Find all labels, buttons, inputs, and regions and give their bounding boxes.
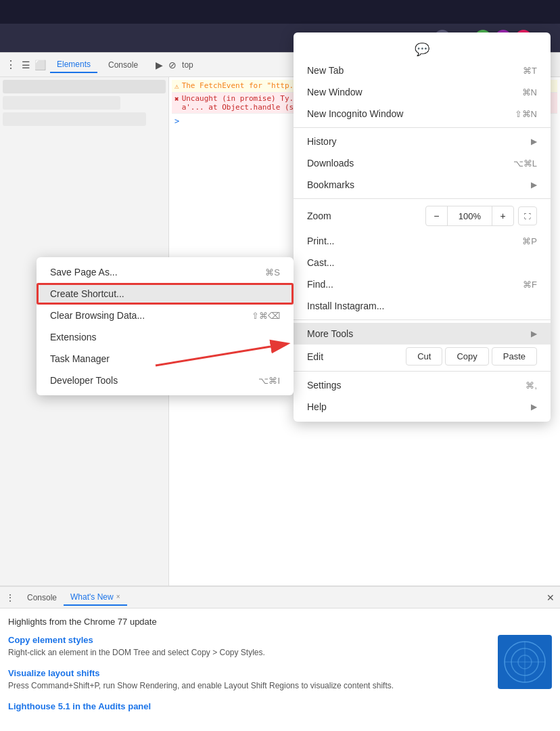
- devtools-more-options[interactable]: ⋮: [5, 58, 16, 71]
- menu-zoom-row: Zoom − 100% + ⛶: [294, 202, 551, 230]
- menu-cast-label: Cast...: [307, 257, 334, 268]
- menu-downloads-shortcut: ⌥⌘L: [513, 158, 537, 169]
- devtools-address-bar: ▶ ⊘ top: [156, 60, 193, 70]
- menu-find-label: Find...: [307, 279, 333, 290]
- element-breadcrumb-2: [3, 96, 120, 110]
- menu-divider-3: [294, 319, 551, 320]
- menu-edit-label: Edit: [307, 351, 323, 362]
- submenu-clear-shortcut: ⇧⌘⌫: [252, 311, 280, 321]
- zoom-value-display: 100%: [452, 211, 488, 221]
- menu-help-label: Help: [307, 401, 327, 412]
- highlights-title: Highlights from the Chrome 77 update: [8, 617, 552, 627]
- menu-more-tools-label: More Tools: [307, 328, 353, 339]
- menu-item-history[interactable]: History ▶: [294, 131, 551, 152]
- submenu-task-manager[interactable]: Task Manager: [37, 348, 294, 370]
- warning-icon: ⚠: [174, 82, 179, 91]
- menu-item-bookmarks[interactable]: Bookmarks ▶: [294, 174, 551, 196]
- menu-downloads-label: Downloads: [307, 158, 354, 169]
- edit-paste-button[interactable]: Paste: [492, 347, 537, 366]
- bottom-tab-whats-new[interactable]: What's New ×: [64, 590, 126, 606]
- browser-top-bar: [0, 0, 560, 24]
- menu-top-messaging-icon: 💬: [294, 37, 551, 60]
- edit-copy-button[interactable]: Copy: [445, 347, 488, 366]
- feature-layout-shifts: Visualize layout shifts Press Command+Sh…: [8, 668, 484, 692]
- devtools-tab-console[interactable]: Console: [101, 58, 145, 72]
- devtools-device-toggle[interactable]: ⬜: [34, 60, 46, 70]
- zoom-minus-button[interactable]: −: [426, 206, 448, 225]
- submenu-extensions-label: Extensions: [50, 332, 96, 342]
- feature-lighthouse-title: Lighthouse 5.1 in the Audits panel: [8, 701, 484, 711]
- menu-divider-1: [294, 127, 551, 128]
- play-icon[interactable]: ▶: [156, 60, 163, 70]
- submenu-save-page-shortcut: ⌘S: [265, 267, 280, 278]
- menu-edit-row: Edit Cut Copy Paste: [294, 345, 551, 368]
- menu-item-more-tools[interactable]: More Tools ▶: [294, 323, 551, 345]
- menu-incognito-shortcut: ⇧⌘N: [515, 109, 537, 119]
- zoom-fullscreen-button[interactable]: ⛶: [518, 206, 537, 225]
- submenu-create-shortcut[interactable]: Create Shortcut...: [37, 283, 294, 305]
- menu-item-new-window[interactable]: New Window ⌘N: [294, 81, 551, 103]
- submenu-clear-browsing[interactable]: Clear Browsing Data... ⇧⌘⌫: [37, 305, 294, 326]
- menu-settings-shortcut: ⌘,: [526, 380, 537, 391]
- menu-history-label: History: [307, 136, 337, 147]
- more-tools-submenu: Save Page As... ⌘S Create Shortcut... Cl…: [37, 257, 294, 395]
- devtools-element-selector[interactable]: ☰: [22, 60, 30, 70]
- menu-more-tools-arrow: ▶: [531, 329, 537, 338]
- submenu-task-manager-label: Task Manager: [50, 353, 110, 364]
- menu-divider-4: [294, 371, 551, 372]
- feature-copy-desc: Right-click an element in the DOM Tree a…: [8, 647, 484, 659]
- menu-item-cast[interactable]: Cast...: [294, 252, 551, 273]
- menu-incognito-label: New Incognito Window: [307, 108, 403, 119]
- devtools-address-text: top: [182, 60, 193, 70]
- edit-buttons-group: Cut Copy Paste: [406, 347, 537, 366]
- menu-bookmarks-label: Bookmarks: [307, 179, 354, 190]
- bottom-tab-console[interactable]: Console: [20, 590, 64, 605]
- menu-item-help[interactable]: Help ▶: [294, 396, 551, 418]
- menu-history-arrow: ▶: [531, 137, 537, 146]
- features-row: Copy element styles Right-click an eleme…: [8, 635, 552, 721]
- menu-find-shortcut: ⌘F: [523, 280, 537, 290]
- menu-item-find[interactable]: Find... ⌘F: [294, 273, 551, 295]
- menu-help-arrow: ▶: [531, 402, 537, 412]
- menu-item-incognito[interactable]: New Incognito Window ⇧⌘N: [294, 103, 551, 125]
- zoom-controls-group: − 100% + ⛶: [425, 206, 537, 226]
- feature-copy-title: Copy element styles: [8, 635, 484, 645]
- devtools-toolbar-left: ⋮ ☰ ⬜: [5, 58, 46, 71]
- menu-item-downloads[interactable]: Downloads ⌥⌘L: [294, 152, 551, 174]
- element-breadcrumb-1: [3, 80, 166, 93]
- whats-new-close[interactable]: ×: [116, 593, 120, 600]
- menu-settings-label: Settings: [307, 380, 342, 391]
- menu-print-label: Print...: [307, 236, 334, 246]
- submenu-clear-label: Clear Browsing Data...: [50, 310, 145, 321]
- devtools-tab-elements[interactable]: Elements: [50, 57, 97, 73]
- bottom-panel-content: Highlights from the Chrome 77 update Cop…: [0, 608, 560, 731]
- menu-new-tab-label: New Tab: [307, 65, 344, 76]
- edit-cut-button[interactable]: Cut: [406, 347, 442, 366]
- chrome-menu-dropdown: 💬 New Tab ⌘T New Window ⌘N New Incognito…: [294, 32, 551, 422]
- bottom-panel-close[interactable]: ✕: [546, 592, 555, 603]
- menu-new-tab-shortcut: ⌘T: [523, 66, 537, 76]
- zoom-plus-button[interactable]: +: [492, 206, 513, 225]
- menu-item-install-instagram[interactable]: Install Instagram...: [294, 295, 551, 317]
- submenu-dev-tools-shortcut: ⌥⌘I: [258, 376, 280, 386]
- submenu-extensions[interactable]: Extensions: [37, 326, 294, 348]
- element-breadcrumb-3: [3, 112, 146, 126]
- menu-divider-2: [294, 198, 551, 199]
- feature-thumbnail: [498, 635, 552, 689]
- bottom-tab-bar: ⋮ Console What's New × ✕: [0, 587, 560, 608]
- menu-zoom-label: Zoom: [307, 211, 331, 221]
- zoom-controls: − 100% +: [425, 206, 514, 226]
- features-list: Copy element styles Right-click an eleme…: [8, 635, 484, 721]
- submenu-developer-tools[interactable]: Developer Tools ⌥⌘I: [37, 370, 294, 391]
- stop-icon[interactable]: ⊘: [168, 60, 177, 70]
- menu-item-new-tab[interactable]: New Tab ⌘T: [294, 60, 551, 81]
- error-icon: ✖: [174, 95, 179, 104]
- menu-item-print[interactable]: Print... ⌘P: [294, 230, 551, 252]
- messaging-icon: 💬: [415, 42, 429, 57]
- menu-print-shortcut: ⌘P: [522, 236, 537, 246]
- menu-install-label: Install Instagram...: [307, 301, 384, 311]
- menu-item-settings[interactable]: Settings ⌘,: [294, 374, 551, 396]
- submenu-save-page[interactable]: Save Page As... ⌘S: [37, 261, 294, 283]
- menu-new-window-shortcut: ⌘N: [522, 87, 537, 97]
- bottom-panel-dots[interactable]: ⋮: [5, 592, 15, 603]
